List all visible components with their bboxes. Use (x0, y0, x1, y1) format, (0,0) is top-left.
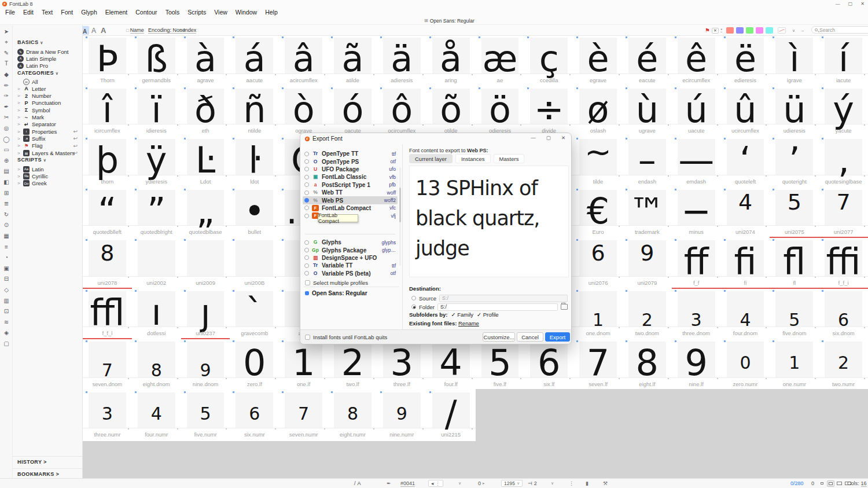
glyph-cell-ucircumflex[interactable]: ûucircumflex (721, 87, 770, 138)
glyph-cell-atilde[interactable]: ãatilde (328, 36, 377, 87)
upm-select[interactable]: 1295∨ (501, 480, 523, 487)
cols-value[interactable]: 16 (861, 480, 867, 487)
dots-icon[interactable]: ⋮ (569, 479, 574, 488)
category-item-punctuation[interactable]: >PPunctuation (17, 100, 81, 107)
glyph-cell-one.numr[interactable]: 1one.numr (770, 340, 819, 391)
glyph-cell-nine.dnom[interactable]: 9nine.dnom (181, 340, 230, 391)
source-radio[interactable] (411, 296, 416, 300)
tool-icon-25[interactable]: ▥ (0, 296, 13, 305)
format-radio[interactable] (304, 182, 309, 187)
format-web-ps[interactable]: %Web PSwoff2 (303, 196, 398, 204)
glyph-cell-aring[interactable]: åaring (426, 36, 476, 87)
tab-current-layer[interactable]: Current layer (409, 154, 453, 163)
format-radio[interactable] (304, 175, 309, 179)
glyph-cell-fi[interactable]: ﬁfi (721, 239, 770, 289)
collapse-icon[interactable]: ↩ (73, 150, 78, 156)
dialog-minimize-icon[interactable]: — (531, 135, 536, 141)
glyph-cell-nine.lf[interactable]: 9nine.lf (672, 340, 721, 391)
format-radio[interactable] (304, 214, 309, 218)
category-item-suffix[interactable]: >.aSuffix↩ (17, 135, 81, 142)
install-fonts-checkbox[interactable]: Install fonts until FontLab quits (305, 334, 387, 340)
collapse-icon[interactable]: ↩ (73, 135, 78, 141)
glyph-cell-quoteleft[interactable]: ‘quoteleft (721, 137, 770, 188)
rename-link[interactable]: Rename (458, 320, 479, 326)
cell-size-btn-medium[interactable] (827, 480, 834, 487)
tool-icon-24[interactable]: ◇ (0, 285, 13, 294)
play-icon[interactable]: ▸ (483, 481, 485, 486)
category-item-layers-masters[interactable]: >▤Layers & Masters↩ (17, 149, 81, 156)
glyph-cell-uni2079[interactable]: 9uni2079 (623, 239, 672, 289)
tool-icon-23[interactable]: ⊟ (0, 274, 13, 284)
glyph-cell-five.numr[interactable]: 5five.numr (181, 391, 230, 442)
glyph-cell-iacute[interactable]: íiacute (819, 36, 868, 87)
tool-icon-12[interactable]: ⊕ (0, 156, 13, 165)
glyph-cell-uni200B[interactable]: uni200B (230, 239, 279, 289)
format-radio[interactable] (304, 255, 309, 260)
glyph-cell-quoteright[interactable]: ’quoteright (770, 137, 819, 188)
name-checkbox-icon[interactable]: □ (126, 28, 129, 33)
tool-icon-21[interactable]: ◔ (0, 253, 13, 262)
clear-flag-icon[interactable]: ✕ (712, 28, 719, 34)
format-radio[interactable] (304, 206, 309, 210)
index-mode-button[interactable]: Index (183, 27, 196, 34)
menu-file[interactable]: File (1, 9, 19, 16)
font-list-item[interactable]: Open Sans: Regular (305, 290, 367, 296)
glyph-cell-four.numr[interactable]: 4four.numr (132, 391, 181, 442)
glyph-cell-ntilde[interactable]: ñntilde (230, 87, 279, 138)
glyph-cell-uni2076[interactable]: 6uni2076 (573, 239, 623, 289)
tool-icon-19[interactable]: ▦ (0, 231, 13, 240)
menu-text[interactable]: Text (38, 9, 57, 16)
browse-folder-icon[interactable] (561, 304, 568, 310)
tool-icon-28[interactable]: ◈ (0, 328, 13, 337)
color-swatch-3[interactable] (756, 27, 763, 34)
glyph-cell-ograve[interactable]: òograve (279, 87, 328, 138)
glyph-cell-aacute[interactable]: áaacute (230, 36, 279, 87)
flag-stepper[interactable]: +− (720, 28, 723, 34)
glyph-cell-egrave[interactable]: èegrave (573, 36, 623, 87)
tool-icon-9[interactable]: ◎ (0, 123, 13, 133)
format-radio[interactable] (304, 240, 309, 245)
glyph-cell-two.dnom[interactable]: 2two.dnom (623, 289, 672, 340)
glyph-cell-oslash[interactable]: øoslash (573, 87, 623, 138)
menu-font[interactable]: Font (57, 9, 77, 16)
tab-masters[interactable]: Masters (494, 154, 525, 163)
tool-icon-27[interactable]: ≋ (0, 317, 13, 326)
glyph-cell-uni2074[interactable]: 4uni2074 (721, 188, 770, 239)
glyph-cell-ldot[interactable]: ŀldot (230, 137, 279, 188)
family-checkbox[interactable]: ✓ Family (451, 311, 474, 318)
search-input[interactable]: Search (811, 26, 868, 34)
glyph-cell-Thorn[interactable]: ÞThorn (83, 36, 132, 87)
glyph-cell-f_f_i[interactable]: ﬃf_f_i (819, 239, 868, 289)
glyph-cell-six.numr[interactable]: 6six.numr (230, 391, 279, 442)
format-radio[interactable] (304, 159, 309, 164)
menu-glyph[interactable]: Glyph (77, 9, 101, 16)
glyph-cell-one.lf[interactable]: 1one.lf (279, 340, 328, 391)
dialog-title-bar[interactable]: F Export Font — ▢ ✕ (300, 133, 571, 144)
glyph-cell-icircumflex[interactable]: îicircumflex (83, 87, 132, 138)
menu-view[interactable]: View (210, 9, 231, 16)
categories-header[interactable]: CATEGORIES ∨ (17, 70, 58, 76)
tool-icon-15[interactable]: ⊞ (0, 188, 13, 197)
glyph-cell-fl[interactable]: ﬂfl (770, 239, 819, 289)
tool-icon-14[interactable]: ◧ (0, 177, 13, 186)
glyph-cell-f_f[interactable]: ﬀf_f (672, 239, 721, 289)
menu-contour[interactable]: Contour (131, 9, 161, 16)
sidebar-item-draw-a-new-font[interactable]: ✎Draw a New Font (17, 48, 81, 55)
cell-size-xlarge[interactable]: A (98, 26, 108, 35)
sidebar-item-latin-simple[interactable]: ALatin Simple (17, 55, 81, 62)
glyph-cell-adieresis[interactable]: äadieresis (377, 36, 426, 87)
apply-arrow-icon[interactable]: → (800, 25, 804, 36)
glyph-cell-idieresis[interactable]: ïidieresis (132, 87, 181, 138)
glyph-cell-minus[interactable]: −minus (672, 188, 721, 239)
glyph-cell-uni0237[interactable]: ȷuni0237 (181, 289, 230, 340)
sidebar-item-latin-pro[interactable]: ALatin Pro (17, 63, 81, 69)
glyph-cell-quotedblbase[interactable]: „quotedblbase (181, 188, 230, 239)
menu-scripts[interactable]: Scripts (183, 9, 210, 16)
glyph-cell-dotlessi[interactable]: ıdotlessi (132, 289, 181, 340)
glyph-cell-endash[interactable]: –endash (623, 137, 672, 188)
dialog-maximize-icon[interactable]: ▢ (546, 135, 551, 141)
dialog-close-icon[interactable]: ✕ (561, 135, 565, 141)
category-item-flag[interactable]: >⚑Flag↩ (17, 142, 81, 149)
glyph-cell-seven.dnom[interactable]: 7seven.dnom (83, 340, 132, 391)
glyph-cell-ocircumflex[interactable]: ôocircumflex (377, 87, 426, 138)
